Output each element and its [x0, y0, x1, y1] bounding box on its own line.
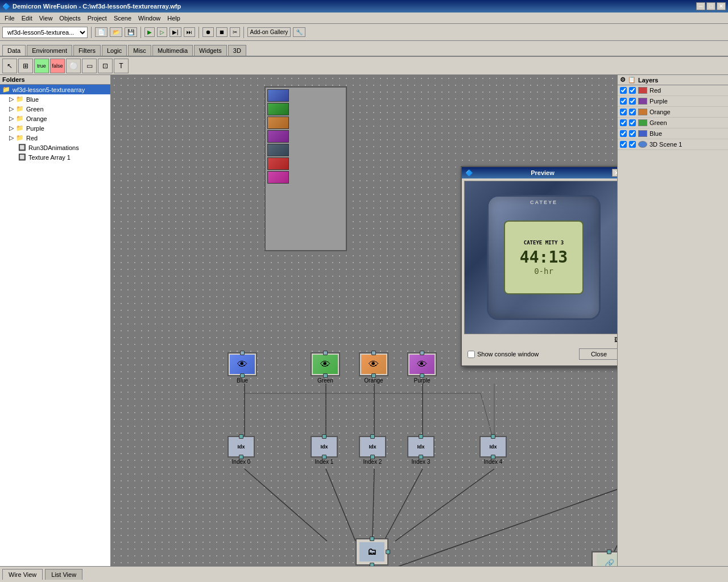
- node-el1-port-top: [607, 550, 611, 554]
- toolbar-sep4: [243, 27, 244, 38]
- svg-line-4: [245, 469, 327, 541]
- titlebar-text: Demicron WireFusion - C:\wf3d-lesson5-te…: [13, 3, 181, 10]
- folder-purple-icon: 📁: [16, 124, 24, 132]
- node-index1[interactable]: Idx Index 1: [311, 436, 338, 465]
- step-button[interactable]: ▶|: [169, 27, 181, 37]
- node-orange-box[interactable]: 👁: [359, 352, 388, 376]
- layer-green-lock[interactable]: [629, 119, 636, 126]
- stop-button[interactable]: ⏹: [216, 27, 228, 37]
- node-index4[interactable]: Idx Index 4: [479, 436, 507, 465]
- preview-footer-icon: 🖼: [464, 334, 617, 345]
- play-preview-button[interactable]: ▷: [157, 27, 167, 37]
- node-blue[interactable]: 👁 Blue: [228, 352, 257, 384]
- node-blue-box[interactable]: 👁: [228, 352, 257, 376]
- node-index2-port-bottom: [370, 455, 375, 459]
- menu-window[interactable]: Window: [135, 14, 164, 23]
- folder-purple[interactable]: ▷ 📁 Purple: [0, 123, 110, 133]
- node-el1-box[interactable]: 🔗: [592, 551, 617, 566]
- wire-view-tab[interactable]: Wire View: [2, 569, 43, 580]
- tool-text[interactable]: T: [114, 59, 129, 73]
- node-orange[interactable]: 👁 Orange: [359, 352, 388, 384]
- preview-close-button[interactable]: Close: [579, 348, 617, 360]
- folder-root[interactable]: 📁 wf3d-lesson5-texturearray: [0, 85, 110, 94]
- tab-environment[interactable]: Environment: [27, 45, 72, 56]
- tab-logic[interactable]: Logic: [102, 45, 127, 56]
- menu-edit[interactable]: Edit: [18, 14, 36, 23]
- tab-data[interactable]: Data: [2, 45, 26, 56]
- open-button[interactable]: 📂: [110, 27, 122, 37]
- node-green-box[interactable]: 👁: [311, 352, 340, 376]
- node-purple[interactable]: 👁 Purple: [407, 352, 437, 384]
- menu-file[interactable]: File: [1, 14, 18, 23]
- folder-red[interactable]: ▷ 📁 Red: [0, 133, 110, 143]
- list-view-tab[interactable]: List View: [45, 569, 82, 580]
- layer-green-vis[interactable]: [620, 119, 627, 126]
- menu-project[interactable]: Project: [84, 14, 110, 23]
- play-button[interactable]: ▶: [144, 27, 155, 37]
- node-index2-inner: Idx: [360, 437, 385, 456]
- tool-grid[interactable]: ⊞: [18, 59, 33, 73]
- minimize-button[interactable]: ─: [696, 2, 705, 10]
- layer-scene-lock[interactable]: [629, 141, 636, 148]
- layer-scene-color: [638, 141, 647, 148]
- tab-3d[interactable]: 3D: [228, 45, 246, 56]
- save-button[interactable]: 💾: [125, 27, 137, 37]
- cut-button[interactable]: ✂: [230, 27, 240, 37]
- layer-red-lock[interactable]: [629, 87, 636, 94]
- layer-purple-lock[interactable]: [629, 98, 636, 105]
- record-button[interactable]: ⏺: [202, 27, 214, 37]
- folder-green[interactable]: ▷ 📁 Green: [0, 104, 110, 114]
- end-button[interactable]: ⏭: [184, 27, 195, 37]
- node-green[interactable]: 👁 Green: [311, 352, 340, 384]
- layer-orange-lock[interactable]: [629, 109, 636, 115]
- toolicons: ↖ ⊞ true false ⚪ ▭ ⊡ T: [0, 57, 728, 75]
- tab-filters[interactable]: Filters: [73, 45, 101, 56]
- menu-view[interactable]: View: [36, 14, 56, 23]
- node-blue-inner: 👁: [230, 355, 255, 374]
- tool-cursor[interactable]: ↖: [2, 59, 17, 73]
- folder-run3d[interactable]: 🔲 Run3DAnimations: [0, 143, 110, 152]
- layer-purple-label: Purple: [650, 98, 668, 105]
- tool-select[interactable]: ⊡: [98, 59, 113, 73]
- folder-texturearray[interactable]: 🔲 Texture Array 1: [0, 152, 110, 162]
- tool-rect[interactable]: ▭: [82, 59, 97, 73]
- layer-red-vis[interactable]: [620, 87, 627, 94]
- preview-close-icon[interactable]: ✕: [612, 169, 617, 177]
- menu-scene[interactable]: Scene: [110, 14, 135, 23]
- node-ta-box[interactable]: 🗂: [355, 538, 388, 566]
- layer-blue-vis[interactable]: [620, 130, 627, 137]
- new-button[interactable]: 📄: [95, 27, 107, 37]
- tool-circle[interactable]: ⚪: [66, 59, 81, 73]
- menu-objects[interactable]: Objects: [56, 14, 84, 23]
- project-selector[interactable]: wf3d-lesson5-texturea...: [2, 27, 88, 38]
- layer-scene-vis[interactable]: [620, 141, 627, 148]
- menu-help[interactable]: Help: [164, 14, 184, 23]
- node-index0-box[interactable]: Idx: [228, 436, 255, 458]
- settings-button[interactable]: 🔧: [293, 27, 305, 37]
- folder-orange[interactable]: ▷ 📁 Orange: [0, 114, 110, 123]
- node-index3[interactable]: Idx Index 3: [407, 436, 435, 465]
- node-extlink1[interactable]: 🔗 External Link 1: [592, 551, 617, 566]
- tab-misc[interactable]: Misc: [128, 45, 151, 56]
- node-index0[interactable]: Idx Index 0: [228, 436, 255, 465]
- node-index2[interactable]: Idx Index 2: [359, 436, 386, 465]
- node-index2-box[interactable]: Idx: [359, 436, 386, 458]
- layer-orange-vis[interactable]: [620, 109, 627, 115]
- tab-widgets[interactable]: Widgets: [194, 45, 227, 56]
- maximize-button[interactable]: □: [706, 2, 715, 10]
- node-index3-box[interactable]: Idx: [407, 436, 435, 458]
- node-index1-box[interactable]: Idx: [311, 436, 338, 458]
- addon-gallery-button[interactable]: Add-on Gallery: [247, 27, 291, 37]
- folder-blue[interactable]: ▷ 📁 Blue: [0, 94, 110, 104]
- layer-purple-vis[interactable]: [620, 98, 627, 105]
- tool-true[interactable]: true: [34, 59, 49, 73]
- tool-false[interactable]: false: [50, 59, 65, 73]
- node-purple-box[interactable]: 👁: [407, 352, 437, 376]
- close-button[interactable]: ✕: [717, 2, 726, 10]
- tab-multimedia[interactable]: Multimedia: [152, 45, 193, 56]
- console-checkbox[interactable]: [468, 351, 475, 358]
- layer-blue-lock[interactable]: [629, 130, 636, 137]
- node-index4-box[interactable]: Idx: [479, 436, 507, 458]
- node-texture-array[interactable]: 🗂 Texture Array 1: [355, 538, 394, 566]
- layer-red-label: Red: [650, 87, 661, 94]
